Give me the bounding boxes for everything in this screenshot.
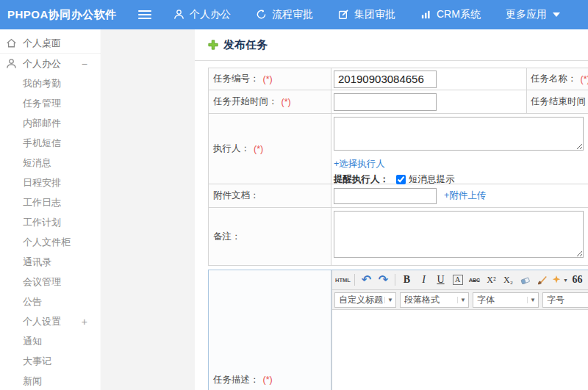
underline-button[interactable]: U [433,272,448,287]
executor-textarea[interactable] [334,117,584,151]
sidebar-item-9[interactable]: 工作计划 [0,212,101,232]
sidebar-item-10[interactable]: 个人文件柜 [0,232,101,252]
task-number-input[interactable] [334,71,437,88]
top-nav-label: 个人办公 [190,8,231,21]
sidebar-item-label: 个人办公 [23,57,61,71]
app-window: PHPOA协同办公软件 个人办公流程审批集团审批CRM系统更多应用 个人桌面个人… [0,0,588,390]
sidebar-item-13[interactable]: 公告 [0,292,101,311]
top-nav-label: 集团审批 [354,8,395,21]
top-nav-label: CRM系统 [437,8,481,21]
sidebar-item-label: 会议管理 [23,275,61,289]
sidebar: 个人桌面个人办公−我的考勤任务管理内部邮件手机短信短消息日程安排工作日志工作计划… [0,29,101,390]
sidebar-item-4[interactable]: 内部邮件 [0,113,101,133]
sidebar-item-3[interactable]: 任务管理 [0,93,101,113]
sidebar-item-label: 个人设置 [23,315,61,328]
form-row-executor: 执行人：(*) +选择执行人 提醒执行人： 短消息提示 [209,114,588,184]
font-family-select[interactable]: 字体▼ [473,292,539,308]
sidebar-item-label: 手机短信 [23,137,61,150]
remark-textarea[interactable] [334,211,584,258]
sidebar-item-label: 内部邮件 [23,117,61,130]
sidebar-item-0[interactable]: 个人桌面 [0,34,101,54]
sidebar-item-6[interactable]: 短消息 [0,153,101,173]
attachment-upload-link[interactable]: +附件上传 [444,189,486,202]
undo-button[interactable]: ↶ [359,272,374,287]
expander-icon[interactable]: + [82,316,87,328]
page-header: 发布任务 [195,35,588,54]
sidebar-item-label: 公告 [23,295,42,308]
description-label: 任务描述：(*) [209,270,331,390]
top-nav-item-2[interactable]: 集团审批 [338,8,395,21]
form-row-attachment: 附件文档： +附件上传 [209,184,588,208]
sidebar-item-label: 大事记 [23,355,51,368]
task-name-label: 任务名称：(*) [527,68,588,90]
choose-executor-link[interactable]: +选择执行人 [334,159,385,169]
attachment-input[interactable] [334,188,437,204]
italic-button[interactable]: I [416,272,431,287]
sidebar-item-1[interactable]: 个人办公− [0,54,101,73]
top-nav-label: 更多应用 [506,8,547,21]
executor-label: 执行人：(*) [209,114,331,184]
sidebar-item-7[interactable]: 日程安排 [0,173,101,192]
sidebar-item-label: 日程安排 [23,176,61,189]
page-title: 发布任务 [223,38,268,52]
custom-title-select[interactable]: 自定义标题▼ [334,292,396,308]
sidebar-item-16[interactable]: 大事记 [0,351,101,371]
html-source-button[interactable]: HTML [335,272,351,287]
user-icon [173,9,185,21]
superscript-button[interactable]: X² [484,272,499,287]
home-icon [6,37,18,49]
format-brush-button[interactable] [534,272,550,287]
subscript-button[interactable]: X₂ [501,272,516,287]
header-divider [195,60,588,61]
redo-button[interactable]: ↷ [376,272,391,287]
sidebar-item-label: 短消息 [23,156,51,170]
expander-icon[interactable]: − [82,58,87,70]
top-nav-item-1[interactable]: 流程审批 [256,8,313,21]
content-panel: 发布任务 任务编号：(*) 任务名称：(*) [195,29,588,390]
caret-down-icon [553,12,560,17]
sidebar-item-label: 任务管理 [23,97,61,110]
quick-format-button[interactable]: ▼ [551,272,568,287]
top-nav-item-4[interactable]: 更多应用 [506,8,560,21]
eraser-icon [520,275,531,286]
form-row-remark: 备注： [209,208,588,265]
strikethrough-button[interactable]: ABC [467,272,482,287]
remark-label: 备注： [209,208,331,265]
font-style-button[interactable]: A [450,272,465,287]
task-form: 任务编号：(*) 任务名称：(*) 任务开始时间：(*) [208,68,588,266]
bold-button[interactable]: B [399,272,415,287]
top-nav-item-3[interactable]: CRM系统 [420,8,481,21]
editor-toolbar-row2: 自定义标题▼段落格式▼字体▼字号▼ [332,290,588,310]
editor-toolbar-row1: HTML↶↷BIUAABCX²X₂▼66TA▼ [332,270,588,290]
app-logo: PHPOA协同办公软件 [0,8,126,22]
sidebar-item-label: 工作日志 [23,196,61,209]
sms-remind-checkbox[interactable] [396,175,406,184]
start-time-input[interactable] [334,93,437,111]
sidebar-item-8[interactable]: 工作日志 [0,192,101,212]
rich-text-editor: HTML↶↷BIUAABCX²X₂▼66TA▼ 自定义标题▼段落格式▼字体▼字号… [331,270,588,390]
brush-icon [537,275,548,286]
sidebar-item-17[interactable]: 新闻 [0,371,101,390]
paragraph-format-select[interactable]: 段落格式▼ [400,292,469,308]
font-size-select[interactable]: 字号▼ [542,292,588,308]
blockquote-button[interactable]: 66 [570,272,585,287]
top-bar: PHPOA协同办公软件 个人办公流程审批集团审批CRM系统更多应用 [0,0,588,29]
form-row-start-time: 任务开始时间：(*) 任务结束时间：(*) [209,90,588,114]
task-description-editor[interactable] [332,310,588,390]
sidebar-item-12[interactable]: 会议管理 [0,272,101,292]
caret-down-icon: ▼ [563,278,568,283]
caret-down-icon: ▼ [457,297,468,303]
caret-down-icon: ▼ [384,297,395,303]
sidebar-item-label: 通知 [23,335,42,348]
sidebar-item-14[interactable]: 个人设置+ [0,311,101,331]
menu-toggle-icon[interactable] [138,10,151,20]
sidebar-item-11[interactable]: 通讯录 [0,252,101,272]
sidebar-item-15[interactable]: 通知 [0,331,101,351]
top-nav-item-0[interactable]: 个人办公 [173,8,231,21]
sidebar-item-5[interactable]: 手机短信 [0,133,101,153]
process-icon [256,9,268,21]
toolbar-separator [354,274,355,286]
remove-format-button[interactable] [517,272,533,287]
sidebar-item-2[interactable]: 我的考勤 [0,73,101,93]
top-nav-label: 流程审批 [272,8,313,21]
